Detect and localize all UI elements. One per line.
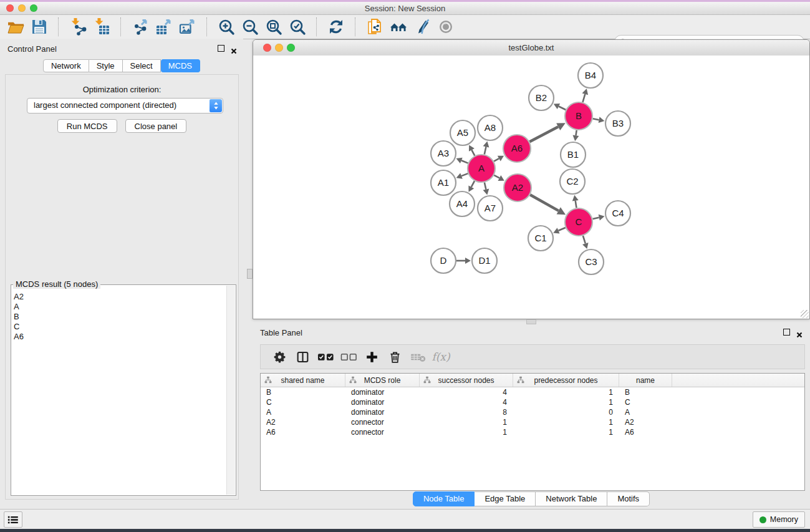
close-table-panel-icon[interactable] xyxy=(796,329,803,336)
graph-edge-A-A5[interactable] xyxy=(469,145,475,156)
graph-node-A1[interactable]: A1 xyxy=(431,170,456,195)
zoom-out-button[interactable] xyxy=(238,16,262,37)
graph-edge-A2-C[interactable] xyxy=(530,195,566,215)
deselect-all-checkboxes-button[interactable] xyxy=(339,347,359,366)
add-button[interactable] xyxy=(362,347,382,366)
graph-node-A2[interactable]: A2 xyxy=(504,174,531,201)
graph-node-C3[interactable]: C3 xyxy=(579,249,604,274)
table-cell[interactable]: connector xyxy=(345,418,420,427)
graph-node-B4[interactable]: B4 xyxy=(578,63,603,88)
graph-node-B[interactable]: B xyxy=(565,102,592,130)
table-cell[interactable]: dominator xyxy=(345,388,420,397)
graph-node-C4[interactable]: C4 xyxy=(605,201,630,226)
select-all-checkboxes-button[interactable] xyxy=(316,347,335,366)
tab-node-table[interactable]: Node Table xyxy=(413,491,475,506)
new-network-from-file-button[interactable] xyxy=(363,16,387,37)
result-item[interactable]: C xyxy=(11,322,236,332)
table-cell[interactable]: A2 xyxy=(261,418,345,427)
table-cell[interactable]: A xyxy=(261,408,345,417)
table-cell[interactable]: A2 xyxy=(619,418,672,427)
table-cell[interactable]: 0 xyxy=(513,408,619,417)
export-table-button[interactable] xyxy=(152,16,176,37)
result-item[interactable]: A2 xyxy=(11,292,236,302)
close-panel-button[interactable]: Close panel xyxy=(125,119,187,133)
column-header-shared-name[interactable]: shared name xyxy=(261,374,345,387)
graph-node-A7[interactable]: A7 xyxy=(478,196,503,221)
export-image-button[interactable] xyxy=(176,16,200,37)
graph-node-B2[interactable]: B2 xyxy=(529,85,554,110)
column-header-name[interactable]: name xyxy=(619,374,672,387)
graph-edge-A-A1[interactable] xyxy=(456,173,468,178)
resize-grip-icon[interactable] xyxy=(801,310,809,318)
graph-edge-A-A6[interactable] xyxy=(494,156,504,162)
graph-edge-C-C2[interactable] xyxy=(572,195,579,208)
tab-style[interactable]: Style xyxy=(89,59,123,72)
result-item[interactable]: A6 xyxy=(11,332,236,342)
graph-edge-A-A4[interactable] xyxy=(468,181,475,192)
float-panel-icon[interactable] xyxy=(218,45,224,52)
table-cell[interactable]: B xyxy=(619,388,672,397)
split-columns-button[interactable] xyxy=(292,347,312,366)
home-button[interactable] xyxy=(387,16,410,37)
zoom-fit-button[interactable] xyxy=(262,16,286,37)
run-mcds-button[interactable]: Run MCDS xyxy=(57,119,117,133)
tab-edge-table[interactable]: Edge Table xyxy=(475,491,536,506)
float-table-panel-icon[interactable] xyxy=(783,329,790,336)
export-network-button[interactable] xyxy=(128,16,152,37)
save-button[interactable] xyxy=(27,16,51,37)
graph-node-B1[interactable]: B1 xyxy=(561,142,586,167)
close-panel-icon[interactable] xyxy=(231,46,237,52)
criterion-dropdown[interactable]: largest connected component (directed) xyxy=(27,98,223,114)
network-window-titlebar[interactable]: testGlobe.txt xyxy=(253,40,809,56)
tab-select[interactable]: Select xyxy=(123,59,161,72)
graph-edge-C-C3[interactable] xyxy=(582,236,589,249)
graph-edge-B-B3[interactable] xyxy=(593,117,605,123)
table-cell[interactable]: connector xyxy=(345,428,420,437)
network-canvas[interactable]: B4B2BB3B1A5A8A6A3AA1C2A2A4A7C4CC1C3DD1 xyxy=(253,56,809,319)
graph-edge-A6-B[interactable] xyxy=(529,123,565,142)
table-cell[interactable]: 1 xyxy=(420,428,513,437)
graph-node-A6[interactable]: A6 xyxy=(503,135,531,162)
table-cell[interactable]: 1 xyxy=(513,388,619,397)
graph-edge-B-B4[interactable] xyxy=(582,89,589,102)
graph-node-A3[interactable]: A3 xyxy=(431,141,456,166)
graph-node-A4[interactable]: A4 xyxy=(450,191,475,216)
table-cell[interactable]: 1 xyxy=(420,418,513,427)
zoom-in-button[interactable] xyxy=(215,16,238,37)
table-row[interactable]: Adominator80A xyxy=(261,407,804,417)
table-row[interactable]: A2connector11A2 xyxy=(261,417,804,427)
table-cell[interactable]: 8 xyxy=(420,408,513,417)
task-history-button[interactable] xyxy=(4,511,22,528)
show-hide-details-button[interactable] xyxy=(434,16,458,37)
tab-network[interactable]: Network xyxy=(43,59,89,72)
table-cell[interactable]: 4 xyxy=(420,388,513,397)
zoom-selected-button[interactable] xyxy=(286,16,309,37)
gear-button[interactable] xyxy=(269,347,289,366)
table-row[interactable]: Cdominator41C xyxy=(261,397,804,407)
import-network-button[interactable] xyxy=(66,16,90,37)
graph-node-C[interactable]: C xyxy=(565,208,592,236)
column-header-MCDS-role[interactable]: MCDS role xyxy=(345,374,420,387)
graph-edge-A-A3[interactable] xyxy=(456,158,468,163)
column-header-predecessor-nodes[interactable]: predecessor nodes xyxy=(513,374,619,387)
graph-edge-A-A8[interactable] xyxy=(483,142,489,155)
tab-mcds[interactable]: MCDS xyxy=(161,59,200,72)
memory-button[interactable]: Memory xyxy=(753,511,805,528)
table-cell[interactable]: 4 xyxy=(420,398,513,407)
splitter-handle-vertical[interactable] xyxy=(247,269,253,279)
toggle-graphics-details-button[interactable] xyxy=(410,16,434,37)
tab-motifs[interactable]: Motifs xyxy=(607,491,650,506)
graph-edge-B-B2[interactable] xyxy=(554,104,566,110)
table-cell[interactable]: A xyxy=(619,408,672,417)
table-cell[interactable]: C xyxy=(261,398,345,407)
import-table-button[interactable] xyxy=(90,16,113,37)
table-cell[interactable]: C xyxy=(619,398,672,407)
graph-node-D[interactable]: D xyxy=(431,248,456,273)
open-folder-button[interactable] xyxy=(4,16,27,37)
graph-node-A5[interactable]: A5 xyxy=(450,120,475,145)
table-row[interactable]: Bdominator41B xyxy=(261,387,804,397)
table-cell[interactable]: dominator xyxy=(345,408,420,417)
delete-button[interactable] xyxy=(385,347,405,366)
graph-node-A8[interactable]: A8 xyxy=(478,115,503,140)
table-cell[interactable]: 1 xyxy=(513,398,619,407)
